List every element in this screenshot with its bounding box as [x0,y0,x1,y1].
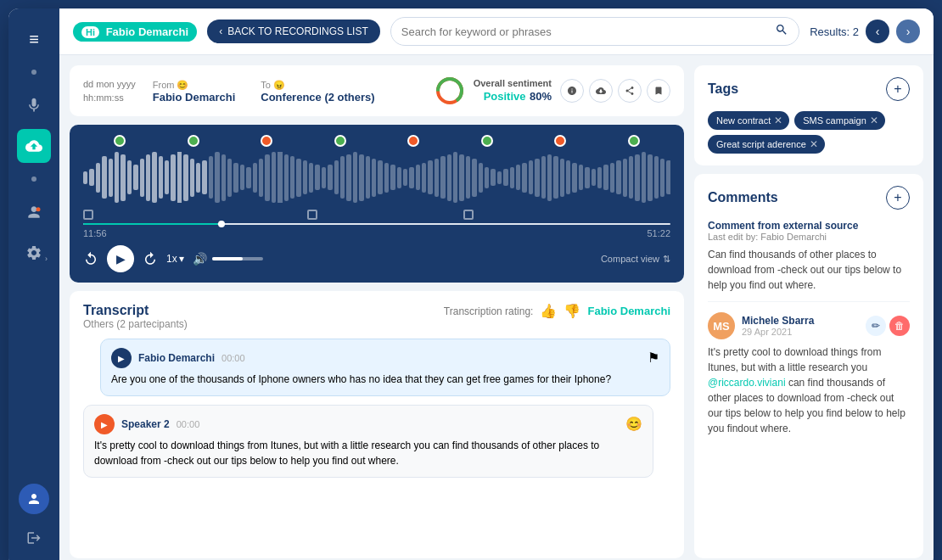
sidebar-item-upload[interactable] [17,129,51,163]
volume-slider[interactable] [212,257,263,260]
compact-view-button[interactable]: Compact view ⇅ [601,254,670,265]
user-avatar[interactable] [19,484,49,514]
message-speaker: Fabio Demarchi [138,350,215,366]
wave-bar [353,152,357,203]
sidebar-item-microphone[interactable] [17,88,51,122]
thumbs-up-button[interactable]: 👍 [540,303,557,319]
share-button[interactable] [618,79,642,103]
chevron-down-icon: ▾ [179,253,184,265]
tag-close-button[interactable]: ✕ [810,138,818,150]
edit-comment-button[interactable]: ✏ [866,316,886,336]
prev-result-button[interactable]: ‹ [866,20,889,43]
wave-bar [440,156,445,199]
back-chevron-icon: ‹ [219,25,222,37]
sidebar-dot-2 [31,176,36,182]
transcript-messages: ▶ Fabio Demarchi 00:00 ⚑ Are you one of … [83,339,670,546]
tags-panel: Tags + New contract ✕ SMS campaign ✕ [694,65,923,165]
wave-bar [472,159,476,197]
message-emoji: 😊 [625,414,642,434]
wave-bar [629,156,633,199]
message-play-button[interactable]: ▶ [94,414,115,434]
rewind-button[interactable] [83,251,98,266]
sentiment-actions [560,79,670,103]
mention-link[interactable]: @riccardo.viviani [708,377,786,389]
tag-close-button[interactable]: ✕ [774,115,782,126]
sidebar-item-settings[interactable]: › [17,236,51,270]
progress-bar[interactable] [83,223,670,225]
wave-bar [115,152,119,203]
wave-bar [334,160,339,194]
waveform-marker[interactable] [114,135,126,147]
app-frame: ≡ › Hi Fabio [8,8,934,560]
speed-button[interactable]: 1x ▾ [166,253,184,265]
wave-bar [553,156,558,199]
message-flag-icon[interactable]: ⚑ [648,348,659,368]
wave-bar [346,154,350,201]
waveform-visual[interactable] [83,152,670,203]
thumbs-down-button[interactable]: 👎 [564,303,580,319]
wave-bar [96,163,100,193]
search-button[interactable] [775,23,788,40]
results-label: Results: 2 [810,25,859,38]
speaker-link[interactable]: Fabio Demarchi [587,305,670,317]
wave-bar [409,167,413,188]
add-tag-button[interactable]: + [886,77,910,101]
author-avatar: MS [708,312,735,339]
play-button[interactable]: ▶ [107,245,134,272]
wave-bar [121,154,125,201]
wave-bar [309,163,313,193]
wave-bar [109,159,113,197]
download-button[interactable] [589,79,613,103]
waveform-marker[interactable] [407,135,419,147]
comments-panel-header: Comments + [708,186,910,210]
sidebar-item-logout[interactable] [17,521,51,555]
message-time: 00:00 [177,417,200,432]
waveform-marker[interactable] [628,135,640,147]
main-content: Hi Fabio Demarchi ‹ BACK TO RECORDINGS L… [59,8,934,560]
top-header: Hi Fabio Demarchi ‹ BACK TO RECORDINGS L… [59,8,934,55]
wave-bar [541,156,546,199]
wave-bar [384,163,389,193]
wave-bar [133,165,137,190]
wave-bar [259,159,263,197]
forward-button[interactable] [143,251,158,266]
sidebar-item-user[interactable] [17,195,51,229]
tag-close-button[interactable]: ✕ [870,115,878,126]
wave-bar [165,160,169,194]
wave-bar [253,163,257,193]
player-controls: ▶ 1x ▾ 🔊 [83,245,670,272]
wave-bar [328,165,332,190]
add-comment-button[interactable]: + [886,186,910,210]
waveform-marker[interactable] [188,135,199,147]
next-result-button[interactable]: › [896,20,920,43]
message-play-button[interactable]: ▶ [111,348,132,368]
waveform-marker[interactable] [554,135,566,147]
wave-bar [290,156,294,199]
waveform-segment-marker [463,210,474,220]
sidebar-menu[interactable]: ≡ [17,22,51,56]
comment-item-michele: MS Michele Sbarra 29 Apr 2021 ✏ 🗑 [708,312,910,445]
delete-comment-button[interactable]: 🗑 [889,316,910,336]
search-input[interactable] [401,25,775,38]
arrows-icon: ⇅ [663,254,670,265]
back-to-recordings-button[interactable]: ‹ BACK TO RECORDINGS LIST [207,20,380,43]
tag-chip-great-script: Great script aderence ✕ [708,135,825,154]
wave-bar [491,169,495,186]
waveform-marker[interactable] [334,135,346,147]
waveform-marker[interactable] [261,135,272,147]
wave-bar [322,167,326,188]
info-button[interactable] [560,79,584,103]
wave-bar [303,160,307,194]
hi-label: Hi [81,26,99,38]
left-panel: dd mon yyyy hh:mm:ss From 😊 Fabio Demarc… [70,65,684,558]
waveform-marker[interactable] [481,135,493,147]
wave-bar [648,154,652,201]
sidebar-dot-1 [31,70,36,75]
wave-bar [535,159,539,197]
tags-title: Tags [708,81,738,97]
wave-bar [522,163,526,193]
tag-chip-sms-campaign: SMS campaign ✕ [794,111,885,130]
wave-bar [359,154,363,201]
wave-bar [447,154,451,201]
bookmark-button[interactable] [647,79,670,103]
